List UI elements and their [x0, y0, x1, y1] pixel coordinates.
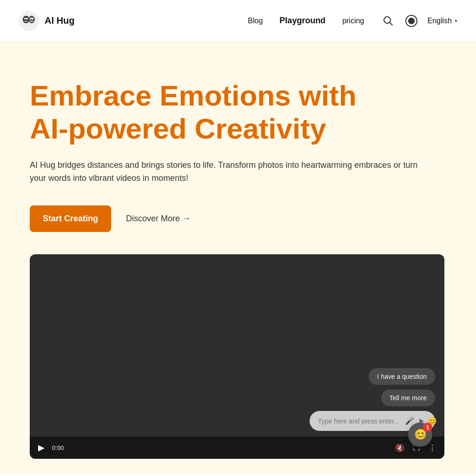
chat-badge: 1	[423, 423, 432, 432]
search-icon	[383, 16, 393, 26]
language-label: English	[428, 17, 452, 25]
nav-playground[interactable]: Playground	[279, 16, 325, 26]
svg-point-3	[24, 18, 26, 20]
svg-point-1	[23, 16, 29, 23]
chat-overlay: I have a question Tell me more 🎤 ➤ 😊	[310, 368, 435, 431]
sun-icon	[405, 15, 417, 27]
nav-links: Blog Playground pricing English ▾	[248, 13, 457, 29]
video-time: 0:00	[52, 444, 64, 451]
hero-subtitle: AI Hug bridges distances and brings stor…	[30, 159, 430, 185]
hero-section: Embrace Emotions with AI-powered Creativ…	[0, 42, 476, 474]
play-button[interactable]: ▶	[38, 443, 45, 453]
chat-input[interactable]	[318, 417, 399, 425]
nav-blog[interactable]: Blog	[248, 17, 263, 25]
logo-icon	[19, 11, 39, 31]
language-selector[interactable]: English ▾	[428, 17, 457, 25]
video-player: I have a question Tell me more 🎤 ➤ 😊 ▶ 0…	[30, 254, 444, 459]
more-options-button[interactable]: ⋮	[429, 443, 436, 452]
nav-icons: English ▾	[381, 13, 457, 29]
svg-point-6	[32, 18, 33, 20]
mute-button[interactable]: 🔇	[395, 443, 404, 452]
theme-toggle-button[interactable]	[403, 13, 419, 29]
chat-bubble-question[interactable]: I have a question	[369, 368, 435, 385]
svg-point-2	[28, 16, 35, 23]
nav-pricing[interactable]: pricing	[342, 17, 364, 25]
svg-point-4	[26, 18, 28, 20]
search-button[interactable]	[381, 14, 395, 28]
start-creating-button[interactable]: Start Creating	[30, 205, 111, 232]
svg-point-5	[30, 18, 32, 20]
chat-fab-button[interactable]: 😊 1	[408, 423, 432, 447]
chevron-down-icon: ▾	[455, 18, 457, 24]
discover-more-button[interactable]: Discover More →	[126, 214, 191, 224]
video-controls: ▶ 0:00 🔇 ⛶ ⋮	[30, 436, 444, 459]
brand-name: AI Hug	[45, 15, 74, 26]
brand: AI Hug	[19, 11, 74, 31]
hero-buttons: Start Creating Discover More →	[30, 205, 446, 232]
mic-button[interactable]: 🎤	[405, 416, 414, 425]
svg-line-8	[390, 22, 392, 25]
chat-bubble-more[interactable]: Tell me more	[381, 390, 435, 406]
navbar: AI Hug Blog Playground pricing English	[0, 0, 476, 42]
hero-title: Embrace Emotions with AI-powered Creativ…	[30, 79, 392, 145]
